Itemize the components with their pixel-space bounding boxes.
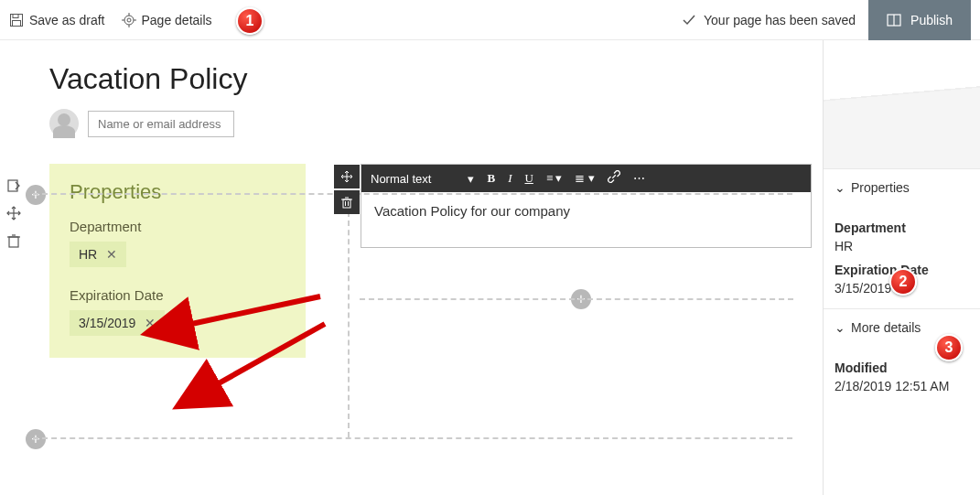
- chevron-down-icon: ▾: [468, 172, 474, 186]
- saved-status: Your page has been saved: [682, 13, 856, 27]
- properties-section-header[interactable]: ⌄ Properties: [824, 168, 980, 206]
- page-canvas: Vacation Policy + + + Properties Departm…: [27, 40, 823, 495]
- callout-3: 3: [935, 334, 963, 361]
- publish-icon: [887, 13, 901, 27]
- move-icon[interactable]: [5, 205, 22, 221]
- left-rail: [0, 40, 27, 495]
- tag-department-value: HR: [79, 247, 97, 262]
- webpart-delete-button[interactable]: [334, 190, 360, 214]
- underline-button[interactable]: U: [524, 171, 533, 186]
- page-title[interactable]: Vacation Policy: [49, 62, 812, 96]
- page-details-button[interactable]: Page details: [122, 13, 212, 27]
- align-button[interactable]: ≡ ▾: [546, 171, 563, 186]
- bold-button[interactable]: B: [487, 171, 495, 186]
- text-style-dropdown[interactable]: Normal text ▾: [371, 172, 474, 186]
- save-as-draft-label: Save as draft: [29, 13, 105, 27]
- thumbnail-placeholder: [824, 40, 980, 168]
- svg-rect-14: [9, 237, 18, 247]
- publish-button[interactable]: Publish: [868, 0, 971, 40]
- tag-department-remove[interactable]: ✕: [106, 247, 117, 262]
- properties-section-label: Properties: [851, 180, 910, 195]
- publish-label: Publish: [910, 13, 953, 27]
- field-label-expiration: Expiration Date: [70, 287, 285, 303]
- properties-heading: Properties: [70, 180, 285, 204]
- callout-1: 1: [236, 7, 264, 35]
- field-label-department: Department: [70, 219, 285, 234]
- svg-point-3: [124, 16, 134, 25]
- svg-rect-19: [343, 199, 350, 208]
- list-button[interactable]: ≣ ▾: [575, 171, 594, 186]
- text-webpart[interactable]: Normal text ▾ B I U ≡ ▾ ≣ ▾ ⋯ Vacation: [361, 164, 812, 248]
- chevron-down-icon: ⌄: [835, 180, 845, 195]
- avatar: [49, 109, 79, 138]
- saved-status-text: Your page has been saved: [704, 13, 856, 27]
- prop-department-label: Department: [835, 221, 969, 235]
- link-button[interactable]: [608, 170, 620, 187]
- callout-2: 2: [889, 268, 917, 296]
- text-body[interactable]: Vacation Policy for our company: [361, 192, 811, 247]
- author-input[interactable]: [88, 111, 234, 137]
- chevron-down-icon: ⌄: [835, 320, 845, 335]
- svg-rect-1: [13, 14, 18, 17]
- webpart-move-button[interactable]: [334, 165, 360, 188]
- italic-button[interactable]: I: [508, 171, 512, 186]
- text-style-label: Normal text: [371, 172, 431, 186]
- save-icon: [9, 13, 24, 27]
- tag-expiration-value: 3/15/2019: [79, 316, 135, 330]
- tag-department[interactable]: HR ✕: [70, 242, 126, 267]
- save-as-draft-button[interactable]: Save as draft: [9, 13, 105, 27]
- gear-icon: [122, 13, 136, 27]
- tag-expiration-remove[interactable]: ✕: [145, 316, 156, 330]
- svg-rect-2: [13, 20, 21, 26]
- edit-icon[interactable]: [5, 178, 22, 194]
- top-toolbar: Save as draft Page details Your page has…: [0, 0, 980, 40]
- section-guide-bottom: [33, 437, 792, 439]
- page-details-label: Page details: [142, 13, 212, 27]
- more-button[interactable]: ⋯: [633, 171, 645, 186]
- add-section-button-bottom[interactable]: +: [26, 429, 46, 449]
- svg-point-4: [127, 18, 131, 22]
- add-section-button-top[interactable]: +: [26, 185, 46, 205]
- trash-icon[interactable]: [5, 232, 22, 249]
- prop-modified-value: 2/18/2019 12:51 AM: [835, 379, 969, 393]
- prop-modified-label: Modified: [835, 360, 969, 375]
- text-toolbar: Normal text ▾ B I U ≡ ▾ ≣ ▾ ⋯: [361, 165, 811, 192]
- prop-department-value: HR: [835, 239, 969, 253]
- more-details-section-label: More details: [851, 320, 921, 335]
- tag-expiration[interactable]: 3/15/2019 ✕: [70, 310, 165, 336]
- check-icon: [682, 13, 696, 27]
